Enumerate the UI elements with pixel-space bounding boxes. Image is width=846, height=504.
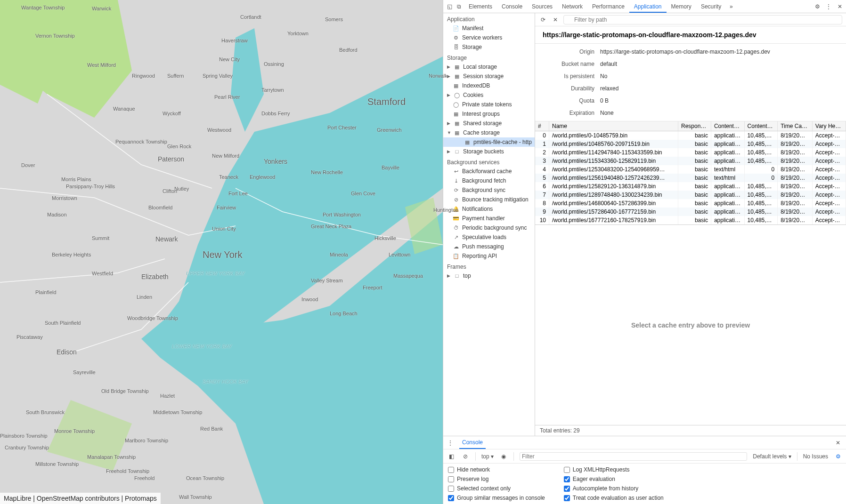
- checkbox[interactable]: [564, 476, 570, 482]
- checkbox[interactable]: [564, 486, 570, 492]
- table-header[interactable]: Time Ca…: [778, 121, 813, 131]
- chevron-icon[interactable]: ▶: [447, 64, 451, 69]
- refresh-icon[interactable]: ⟳: [539, 16, 547, 24]
- sidebar-item[interactable]: ⤓Background fetch: [443, 176, 535, 185]
- sidebar-item[interactable]: ▶□top: [443, 271, 535, 280]
- console-setting[interactable]: Treat code evaluation as user action: [564, 495, 664, 501]
- devtools-tab-elements[interactable]: Elements: [464, 1, 497, 13]
- application-sidebar[interactable]: Application 📄Manifest⚙Service workers🗄St…: [443, 13, 535, 436]
- console-setting[interactable]: Hide network: [448, 466, 545, 473]
- devtools-tab-application[interactable]: Application: [629, 1, 667, 13]
- map-viewport[interactable]: New YorkStamfordNewarkElizabethPatersonY…: [0, 0, 443, 504]
- checkbox[interactable]: [564, 467, 570, 473]
- console-setting[interactable]: Group similar messages in console: [448, 495, 545, 501]
- table-row[interactable]: 4/world.pmtiles/12530483200-12540968959……: [535, 165, 846, 174]
- devtools-tab-console[interactable]: Console: [497, 1, 527, 13]
- checkbox[interactable]: [448, 476, 454, 482]
- table-cell: Accept-…: [812, 148, 846, 157]
- table-row[interactable]: 2/world.pmtiles/1142947840-1153433599.bi…: [535, 148, 846, 157]
- devtools-tab-security[interactable]: Security: [696, 1, 726, 13]
- sidebar-item[interactable]: ⟳Background sync: [443, 185, 535, 195]
- inspect-icon[interactable]: ◱: [445, 2, 454, 11]
- console-setting[interactable]: Preserve log: [448, 476, 545, 482]
- more-tabs-icon[interactable]: »: [727, 2, 735, 11]
- sidebar-item[interactable]: ▦Interest groups: [443, 109, 535, 119]
- sidebar-item[interactable]: ▶▦Local storage: [443, 62, 535, 72]
- console-settings-icon[interactable]: ⚙: [834, 452, 842, 461]
- sidebar-item[interactable]: ⊘Bounce tracking mitigation: [443, 195, 535, 204]
- devtools-tab-network[interactable]: Network: [557, 1, 587, 13]
- filter-input[interactable]: [563, 15, 842, 24]
- table-header[interactable]: Vary He…: [812, 121, 846, 131]
- map-label: Great Neck Plaza: [311, 224, 351, 229]
- console-setting[interactable]: Autocomplete from history: [564, 485, 664, 492]
- console-sidebar-icon[interactable]: ◧: [447, 452, 456, 461]
- table-row[interactable]: 6/world.pmtiles/125829120-136314879.binb…: [535, 182, 846, 191]
- clear-icon[interactable]: ✕: [551, 16, 560, 24]
- devtools-tab-memory[interactable]: Memory: [667, 1, 696, 13]
- table-header[interactable]: Content…: [744, 121, 778, 131]
- sidebar-item[interactable]: ▶▦Session storage: [443, 72, 535, 81]
- devtools-tab-sources[interactable]: Sources: [527, 1, 557, 13]
- checkbox[interactable]: [564, 495, 570, 501]
- sidebar-item[interactable]: ◯Private state tokens: [443, 100, 535, 109]
- chevron-icon[interactable]: ▶: [447, 149, 451, 154]
- console-setting[interactable]: Selected context only: [448, 485, 545, 492]
- sidebar-item[interactable]: ↗Speculative loads: [443, 232, 535, 242]
- issues-indicator[interactable]: No Issues: [803, 453, 828, 460]
- chevron-icon[interactable]: ▶: [447, 273, 451, 278]
- table-row[interactable]: 3/world.pmtiles/115343360-125829119.binb…: [535, 157, 846, 165]
- table-header[interactable]: Content…: [711, 121, 744, 131]
- sidebar-item[interactable]: ▶▦Shared storage: [443, 119, 535, 128]
- sidebar-item[interactable]: ▼▦Cache storage: [443, 128, 535, 137]
- devtools-tab-performance[interactable]: Performance: [587, 1, 629, 13]
- console-clear-icon[interactable]: ⊘: [461, 452, 470, 461]
- table-header[interactable]: Name: [549, 121, 678, 131]
- console-filter-input[interactable]: [520, 452, 747, 461]
- sidebar-item[interactable]: 📄Manifest: [443, 24, 535, 33]
- sidebar-item[interactable]: 📋Reporting API: [443, 251, 535, 261]
- table-row[interactable]: 7/world.pmtiles/1289748480-1300234239.bi…: [535, 191, 846, 199]
- console-setting[interactable]: Eager evaluation: [564, 476, 664, 482]
- table-header[interactable]: #: [535, 121, 549, 131]
- checkbox[interactable]: [448, 467, 454, 473]
- table-row[interactable]: 5/world.pmtiles/12561940480-12572426239……: [535, 174, 846, 182]
- checkbox[interactable]: [448, 486, 454, 492]
- table-row[interactable]: 1/world.pmtiles/10485760-20971519.binbas…: [535, 140, 846, 148]
- chevron-icon[interactable]: ▶: [447, 93, 451, 97]
- close-icon[interactable]: ✕: [836, 2, 844, 11]
- context-selector[interactable]: top ▾: [481, 453, 494, 460]
- table-row[interactable]: 8/world.pmtiles/146800640-157286399.binb…: [535, 199, 846, 208]
- console-tab[interactable]: Console: [459, 437, 486, 449]
- drawer-close-icon[interactable]: ✕: [833, 440, 843, 446]
- live-expression-icon[interactable]: ◉: [499, 452, 508, 461]
- table-row[interactable]: 0/world.pmtiles/0-10485759.binbasicappli…: [535, 131, 846, 140]
- sidebar-item[interactable]: ⚙Service workers: [443, 33, 535, 42]
- cache-table[interactable]: #NameRespon…Content…Content…Time Ca…Vary…: [535, 121, 846, 225]
- sidebar-item[interactable]: ⏱Periodic background sync: [443, 223, 535, 232]
- table-header[interactable]: Respon…: [678, 121, 711, 131]
- kv-value: default: [600, 61, 842, 67]
- sidebar-item[interactable]: 💳Payment handler: [443, 214, 535, 223]
- console-setting[interactable]: Log XMLHttpRequests: [564, 466, 664, 473]
- sidebar-item[interactable]: ↩Back/forward cache: [443, 167, 535, 176]
- sidebar-item[interactable]: ▶◯Cookies: [443, 90, 535, 100]
- sidebar-item[interactable]: ▦pmtiles-file-cache - http: [443, 137, 535, 147]
- chevron-icon[interactable]: ▼: [447, 130, 451, 135]
- checkbox[interactable]: [448, 495, 454, 501]
- sidebar-item[interactable]: 🗄Storage: [443, 42, 535, 52]
- settings-icon[interactable]: ⚙: [813, 2, 822, 11]
- kebab-icon[interactable]: ⋮: [824, 2, 833, 11]
- table-row[interactable]: 10/world.pmtiles/167772160-178257919.bin…: [535, 216, 846, 224]
- log-levels-selector[interactable]: Default levels ▾: [753, 453, 791, 460]
- drawer-kebab-icon[interactable]: ⋮: [446, 439, 455, 447]
- sidebar-item[interactable]: ▦IndexedDB: [443, 81, 535, 90]
- sidebar-item[interactable]: ▶□Storage buckets: [443, 147, 535, 156]
- device-icon[interactable]: ⧉: [455, 2, 463, 11]
- chevron-icon[interactable]: ▶: [447, 74, 451, 79]
- table-row[interactable]: 9/world.pmtiles/157286400-167772159.binb…: [535, 208, 846, 216]
- sidebar-item[interactable]: ☁Push messaging: [443, 242, 535, 251]
- table-cell: basic: [678, 165, 711, 174]
- chevron-icon[interactable]: ▶: [447, 121, 451, 126]
- sidebar-item-label: Reporting API: [462, 253, 497, 259]
